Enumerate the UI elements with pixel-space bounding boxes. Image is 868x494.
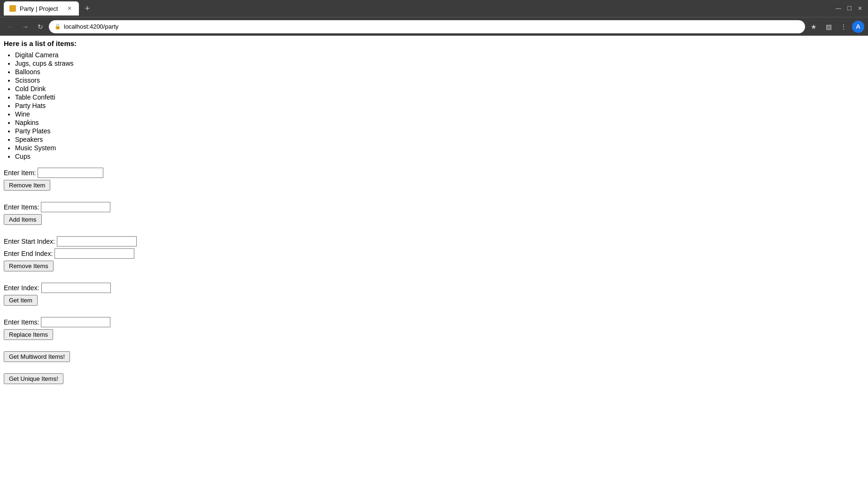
add-items-button[interactable]: Add Items [4, 214, 42, 225]
active-tab[interactable]: Party | Project ✕ [4, 1, 79, 15]
replace-items-button[interactable]: Replace Items [4, 329, 53, 340]
tab-title: Party | Project [20, 5, 58, 12]
start-index-row: Enter Start Index: [4, 236, 860, 247]
list-item: Napkins [15, 119, 860, 126]
start-index-input[interactable] [57, 236, 137, 247]
bookmark-this-tab-button[interactable]: ★ [807, 20, 820, 33]
end-index-row: Enter End Index: [4, 248, 860, 259]
list-item: Cold Drink [15, 85, 860, 93]
minimize-button[interactable]: — [834, 3, 843, 14]
list-item: Jugs, cups & straws [15, 60, 860, 67]
get-item-section: Enter Index: Get Item [4, 283, 860, 306]
profile-button[interactable]: A [852, 21, 864, 33]
replace-items-label: Enter Items: [4, 318, 39, 326]
list-item: Music System [15, 144, 860, 152]
replace-items-input[interactable] [41, 317, 110, 327]
list-item: Wine [15, 110, 860, 118]
remove-items-button[interactable]: Remove Items [4, 261, 54, 271]
remove-item-button[interactable]: Remove Item [4, 180, 50, 191]
add-items-input[interactable] [41, 202, 110, 212]
list-item: Party Plates [15, 127, 860, 135]
list-item: Cups [15, 153, 860, 160]
extensions-button[interactable]: ▧ [822, 20, 835, 33]
replace-items-row: Enter Items: [4, 317, 860, 327]
items-list: Digital CameraJugs, cups & strawsBalloon… [4, 51, 860, 160]
address-bar[interactable]: 🔒 localhost:4200/party [49, 20, 805, 33]
window-controls: — ☐ ✕ [834, 3, 864, 14]
remove-item-input[interactable] [38, 168, 103, 178]
list-item: Digital Camera [15, 51, 860, 59]
lock-icon: 🔒 [54, 23, 61, 30]
add-items-label: Enter Items: [4, 203, 39, 211]
get-item-button[interactable]: Get Item [4, 295, 38, 306]
get-item-label: Enter Index: [4, 284, 39, 292]
maximize-button[interactable]: ☐ [845, 3, 854, 14]
forward-button[interactable]: → [19, 20, 32, 33]
new-tab-button[interactable]: + [81, 2, 94, 15]
back-button[interactable]: ← [4, 20, 17, 33]
page-heading: Here is a list of items: [4, 39, 860, 47]
tab-close-button[interactable]: ✕ [66, 5, 73, 12]
browser-menu-button[interactable]: ⋮ [837, 20, 850, 33]
tab-bar: Party | Project ✕ + — ☐ ✕ [0, 0, 868, 17]
get-unique-section: Get Unique Items! [4, 373, 860, 384]
add-items-row: Enter Items: [4, 202, 860, 212]
refresh-button[interactable]: ↻ [34, 20, 47, 33]
end-index-label: Enter End Index: [4, 250, 53, 257]
list-item: Table Confetti [15, 93, 860, 101]
get-item-input[interactable] [41, 283, 111, 293]
nav-bar: ← → ↻ 🔒 localhost:4200/party ★ ▧ ⋮ A [0, 17, 868, 36]
list-item: Scissors [15, 77, 860, 84]
remove-items-section: Enter Start Index: Enter End Index: Remo… [4, 236, 860, 271]
get-multiword-button[interactable]: Get Multiword Items! [4, 351, 70, 362]
remove-item-row: Enter Item: [4, 168, 860, 178]
tab-favicon [9, 5, 16, 12]
page-content: Here is a list of items: Digital CameraJ… [0, 36, 868, 399]
get-item-row: Enter Index: [4, 283, 860, 293]
close-window-button[interactable]: ✕ [856, 3, 864, 14]
list-item: Party Hats [15, 102, 860, 109]
add-items-section: Enter Items: Add Items [4, 202, 860, 225]
nav-right-buttons: ★ ▧ ⋮ A [807, 20, 864, 33]
list-item: Speakers [15, 136, 860, 143]
replace-items-section: Enter Items: Replace Items [4, 317, 860, 340]
remove-item-section: Enter Item: Remove Item [4, 168, 860, 191]
remove-item-label: Enter Item: [4, 169, 36, 177]
browser-chrome: Party | Project ✕ + — ☐ ✕ ← → ↻ 🔒 localh… [0, 0, 868, 36]
get-multiword-section: Get Multiword Items! [4, 351, 860, 362]
start-index-label: Enter Start Index: [4, 238, 55, 245]
get-unique-button[interactable]: Get Unique Items! [4, 373, 63, 384]
list-item: Balloons [15, 68, 860, 76]
end-index-input[interactable] [54, 248, 134, 259]
address-text: localhost:4200/party [64, 23, 118, 30]
